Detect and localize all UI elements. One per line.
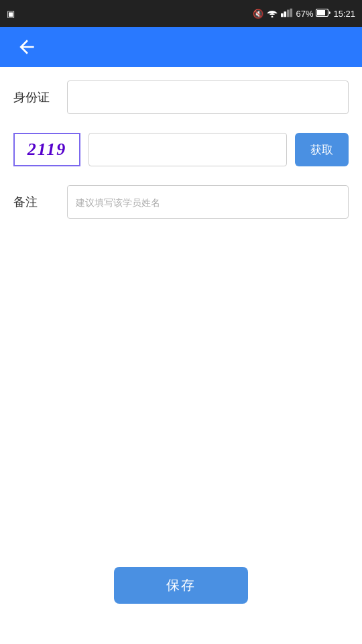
wifi-icon [266, 8, 278, 19]
battery-percent: 67% [296, 9, 313, 19]
save-button[interactable]: 保存 [114, 567, 248, 604]
status-bar: ▣ 🔇 67% 15:21 [0, 0, 362, 27]
get-captcha-button[interactable]: 获取 [295, 133, 349, 166]
save-area: 保存 [0, 567, 362, 604]
mute-icon: 🔇 [253, 9, 263, 19]
svg-rect-1 [284, 11, 287, 17]
note-label: 备注 [13, 194, 67, 210]
svg-rect-5 [317, 10, 325, 15]
time-display: 15:21 [333, 9, 355, 19]
captcha-row: 2119 获取 [13, 133, 349, 166]
note-row: 备注 [13, 185, 349, 219]
captcha-code: 2119 [27, 140, 67, 160]
captcha-image[interactable]: 2119 [13, 133, 80, 166]
svg-rect-0 [281, 13, 284, 16]
id-card-input[interactable] [67, 80, 349, 114]
id-card-row: 身份证 [13, 80, 349, 114]
status-left: ▣ [7, 9, 15, 19]
signal-icon [281, 8, 293, 19]
note-input[interactable] [67, 185, 349, 219]
svg-rect-3 [290, 8, 293, 17]
svg-rect-2 [287, 9, 290, 17]
toolbar [0, 27, 362, 67]
gallery-icon: ▣ [7, 9, 15, 19]
battery-icon [316, 9, 330, 19]
captcha-input[interactable] [88, 133, 287, 166]
status-right: 🔇 67% 15:21 [253, 8, 355, 19]
back-button[interactable] [11, 31, 43, 63]
back-icon [16, 36, 38, 58]
main-content: 身份证 2119 获取 备注 [0, 67, 362, 251]
id-card-label: 身份证 [13, 89, 67, 105]
